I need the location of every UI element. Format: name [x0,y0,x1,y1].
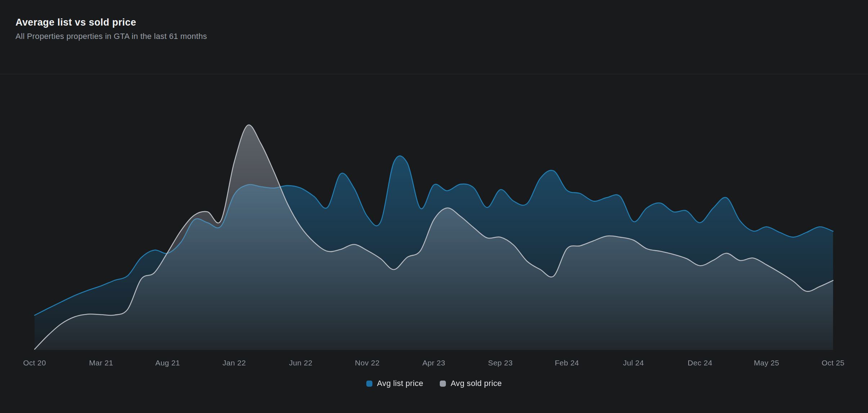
legend-item-avg-list-price[interactable]: Avg list price [366,379,424,388]
legend-item-avg-sold-price[interactable]: Avg sold price [440,379,502,388]
chart-subtitle: All Properties properties in GTA in the … [15,32,868,41]
chart-header: Average list vs sold price All Propertie… [0,0,868,74]
chart-card: Average list vs sold price All Propertie… [0,0,868,413]
legend-swatch-avg-sold-price [440,381,446,387]
chart-title: Average list vs sold price [15,17,868,28]
legend-label-avg-list-price: Avg list price [377,379,424,388]
legend-label-avg-sold-price: Avg sold price [451,379,502,388]
area-chart-plot[interactable] [0,75,868,413]
chart-legend: Avg list price Avg sold price [0,379,868,388]
legend-swatch-avg-list-price [366,381,372,387]
